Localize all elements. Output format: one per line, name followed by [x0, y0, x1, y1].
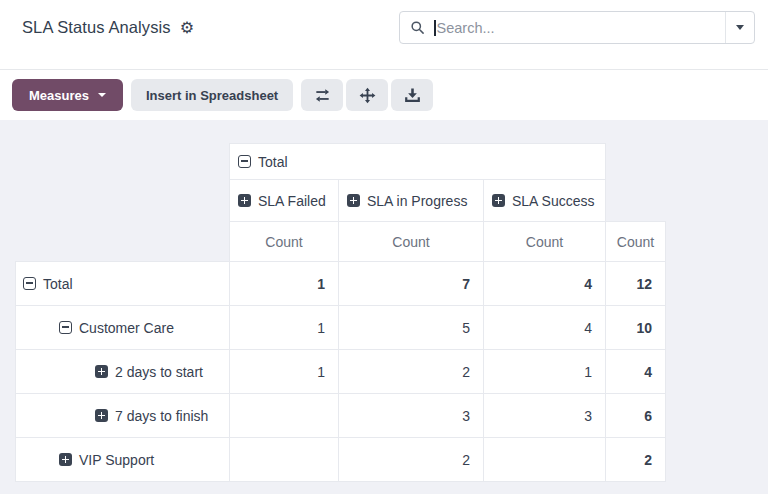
- column-header-sla-failed[interactable]: SLA Failed: [230, 180, 339, 222]
- pivot-toolbar: Measures Insert in Spreadsheet: [0, 70, 768, 120]
- expand-icon[interactable]: [238, 194, 251, 207]
- chevron-down-icon: [736, 25, 744, 30]
- pivot-cell[interactable]: 3: [339, 394, 484, 438]
- pivot-cell[interactable]: [230, 394, 339, 438]
- measure-row: Count Count Count Count: [16, 222, 666, 262]
- expand-all-button[interactable]: [346, 79, 388, 111]
- column-label: SLA Failed: [258, 193, 326, 209]
- search-box[interactable]: [399, 11, 755, 44]
- row-label: 2 days to start: [115, 364, 203, 380]
- corner-spacer: [606, 144, 666, 180]
- column-header-sla-success[interactable]: SLA Success: [484, 180, 606, 222]
- corner-spacer: [16, 144, 230, 180]
- pivot-cell[interactable]: 1: [230, 262, 339, 306]
- collapse-icon[interactable]: [238, 155, 251, 168]
- pivot-cell[interactable]: 3: [484, 394, 606, 438]
- pivot-cell[interactable]: 2: [339, 350, 484, 394]
- row-label: 7 days to finish: [115, 408, 208, 424]
- control-panel: SLA Status Analysis ⚙: [0, 0, 768, 70]
- table-row-total: Total 1 7 4 12: [16, 262, 666, 306]
- gear-icon[interactable]: ⚙: [180, 18, 194, 38]
- row-label: VIP Support: [79, 452, 154, 468]
- pivot-view: Total SLA Failed SLA in Progress: [0, 120, 768, 494]
- expand-icon[interactable]: [347, 194, 360, 207]
- search-icon: [400, 20, 434, 35]
- flip-axis-button[interactable]: [301, 79, 343, 111]
- expand-icon[interactable]: [95, 409, 108, 422]
- column-headers-row: SLA Failed SLA in Progress SLA Success: [16, 180, 666, 222]
- pivot-cell[interactable]: 2: [339, 438, 484, 482]
- corner-spacer: [16, 180, 230, 222]
- breadcrumb: SLA Status Analysis ⚙: [22, 11, 194, 44]
- column-group-row: Total: [16, 144, 666, 180]
- row-header-7-days-to-finish[interactable]: 7 days to finish: [16, 394, 230, 438]
- expand-all-icon: [359, 87, 376, 104]
- expand-icon[interactable]: [492, 194, 505, 207]
- measures-button[interactable]: Measures: [12, 79, 123, 111]
- pivot-cell[interactable]: 1: [484, 350, 606, 394]
- expand-icon[interactable]: [95, 365, 108, 378]
- pivot-cell[interactable]: 2: [606, 438, 666, 482]
- corner-spacer: [16, 222, 230, 262]
- column-label: SLA in Progress: [367, 193, 467, 209]
- pivot-cell[interactable]: 4: [606, 350, 666, 394]
- search-input[interactable]: [436, 20, 726, 36]
- pivot-table: Total SLA Failed SLA in Progress: [15, 143, 666, 482]
- pivot-cell[interactable]: [484, 438, 606, 482]
- corner-spacer: [606, 180, 666, 222]
- column-group-total[interactable]: Total: [230, 144, 606, 180]
- pivot-cell[interactable]: 10: [606, 306, 666, 350]
- pivot-icon-buttons: [301, 79, 433, 111]
- row-header-vip-support[interactable]: VIP Support: [16, 438, 230, 482]
- table-row-vip-support: VIP Support 2 2: [16, 438, 666, 482]
- flip-axis-icon: [314, 87, 331, 104]
- page-title: SLA Status Analysis: [22, 18, 171, 37]
- row-header-2-days-to-start[interactable]: 2 days to start: [16, 350, 230, 394]
- row-header-total[interactable]: Total: [16, 262, 230, 306]
- row-label: Total: [43, 276, 73, 292]
- column-header-sla-in-progress[interactable]: SLA in Progress: [339, 180, 484, 222]
- pivot-cell[interactable]: 4: [484, 262, 606, 306]
- row-label: Customer Care: [79, 320, 174, 336]
- column-label: SLA Success: [512, 193, 595, 209]
- pivot-cell[interactable]: 7: [339, 262, 484, 306]
- pivot-cell[interactable]: [230, 438, 339, 482]
- collapse-icon[interactable]: [23, 277, 36, 290]
- chevron-down-icon: [98, 93, 106, 97]
- table-row-7-days-to-finish: 7 days to finish 3 3 6: [16, 394, 666, 438]
- insert-in-spreadsheet-button[interactable]: Insert in Spreadsheet: [131, 79, 293, 111]
- pivot-cell[interactable]: 1: [230, 306, 339, 350]
- measure-header[interactable]: Count: [339, 222, 484, 262]
- measure-header[interactable]: Count: [606, 222, 666, 262]
- row-header-customer-care[interactable]: Customer Care: [16, 306, 230, 350]
- pivot-cell[interactable]: 4: [484, 306, 606, 350]
- download-icon: [404, 87, 421, 104]
- search-dropdown-toggle[interactable]: [725, 12, 754, 43]
- measures-label: Measures: [29, 88, 89, 103]
- measure-header[interactable]: Count: [230, 222, 339, 262]
- pivot-cell[interactable]: 6: [606, 394, 666, 438]
- table-row-2-days-to-start: 2 days to start 1 2 1 4: [16, 350, 666, 394]
- pivot-cell[interactable]: 5: [339, 306, 484, 350]
- column-group-label: Total: [258, 154, 288, 170]
- expand-icon[interactable]: [59, 453, 72, 466]
- collapse-icon[interactable]: [59, 321, 72, 334]
- pivot-cell[interactable]: 12: [606, 262, 666, 306]
- pivot-cell[interactable]: 1: [230, 350, 339, 394]
- download-button[interactable]: [391, 79, 433, 111]
- table-row-customer-care: Customer Care 1 5 4 10: [16, 306, 666, 350]
- measure-header[interactable]: Count: [484, 222, 606, 262]
